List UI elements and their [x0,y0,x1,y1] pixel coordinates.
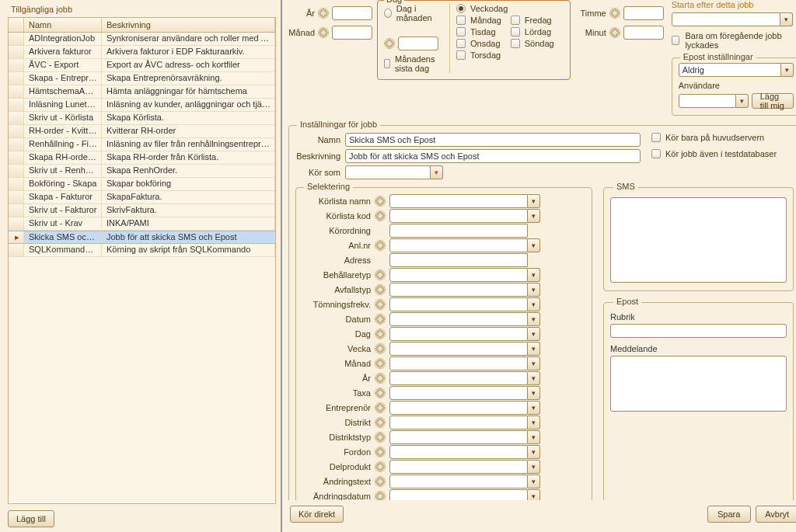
gear-icon[interactable] [375,269,386,280]
gear-icon[interactable] [375,314,386,325]
table-row[interactable]: Skriv ut - FakturorSkrivFaktura. [9,204,275,217]
selekt-combo[interactable] [389,430,540,444]
run-direct-button[interactable]: Kör direkt [290,506,344,523]
add-button[interactable]: Lägg till [8,510,54,527]
table-row[interactable]: Inläsning Lunets CSV-filInläsning av kun… [9,99,275,112]
chk-weekday[interactable]: Tisdag [456,27,501,37]
selekt-label: Dag [304,329,371,339]
rubrik-input[interactable] [610,324,787,338]
table-row[interactable]: Skapa RH-order från Körli...Skapa RH-ord… [9,151,275,165]
chk-weekday[interactable]: Måndag [456,16,501,25]
month-input[interactable] [332,26,372,40]
col-name[interactable]: Namn [24,18,102,32]
selekt-combo[interactable] [389,297,540,311]
epost-mode-combo[interactable] [679,63,794,77]
gear-icon[interactable] [375,299,386,310]
gear-icon[interactable] [375,329,386,339]
selekt-combo[interactable] [389,238,540,252]
table-row[interactable]: Skapa - Entreprenörsavrä...Skapa Entrepr… [9,72,275,85]
selekt-combo[interactable] [389,356,540,370]
gear-icon[interactable] [375,388,386,398]
chk-prev-success[interactable]: Bara om föregående jobb lyckades [672,31,796,50]
selekt-combo[interactable] [389,445,540,459]
gear-icon[interactable] [375,402,386,413]
chk-weekday[interactable]: Fredag [511,16,554,25]
selekt-combo[interactable] [389,371,540,385]
gear-icon[interactable] [318,27,329,38]
gear-icon[interactable] [375,432,386,443]
gear-icon[interactable] [609,8,620,19]
selekt-combo[interactable] [389,475,540,489]
selekt-combo[interactable] [389,253,528,267]
selekt-label: Delprodukt [304,462,371,471]
table-row[interactable]: Skriv ut - RenhOrderSkapa RenhOrder. [9,165,275,178]
table-row[interactable]: ADIntegrationJobSynkroniserar användare … [9,33,275,46]
gear-icon[interactable] [375,373,386,384]
day-input[interactable] [398,37,438,50]
gear-icon[interactable] [375,343,386,354]
chk-weekday[interactable]: Söndag [511,39,554,48]
epost-user-combo[interactable] [679,93,749,109]
chk-weekday[interactable]: Lördag [511,27,554,37]
radio-weekday[interactable]: Veckodag [456,4,554,13]
selekt-combo[interactable] [389,401,540,415]
chk-testdb[interactable]: Kör jobb även i testdatabaser [651,149,777,158]
selekt-combo[interactable] [389,283,540,297]
selekt-combo[interactable] [389,194,540,208]
table-row[interactable]: ▸Skicka SMS och EpostJobb för att skicka… [9,231,275,244]
right-panel: År Månad Dag Dag i månaden Månadens sist… [282,0,796,532]
sms-textarea[interactable] [610,197,787,283]
table-row[interactable]: Skriv ut - KörlistaSkapa Körlista. [9,112,275,125]
selekt-combo[interactable] [389,312,540,326]
selekt-combo[interactable] [389,386,540,400]
start-after-combo[interactable] [672,12,796,26]
hour-input[interactable] [623,6,664,20]
chk-mainserver[interactable]: Kör bara på huvudservern [651,133,764,142]
table-row[interactable]: ÅVC - ExportExport av ÅVC adress- och ko… [9,59,275,72]
gear-icon[interactable] [375,491,386,500]
chk-weekday[interactable]: Torsdag [456,50,501,60]
medd-textarea[interactable] [610,356,787,412]
gear-icon[interactable] [375,196,386,207]
table-row[interactable]: Renhållning - Filinläsnings...Inläsning … [9,138,275,151]
table-row[interactable]: SQLKommando - Skriptk...Körning av skrip… [9,244,275,257]
minute-input[interactable] [623,26,664,40]
selekt-combo[interactable] [389,224,528,238]
gear-icon[interactable] [375,284,386,295]
jobname-input[interactable] [345,133,641,147]
gear-icon[interactable] [318,8,329,19]
col-desc[interactable]: Beskrivning [102,18,275,32]
selekt-combo[interactable] [389,268,540,282]
gear-icon[interactable] [375,461,386,472]
radio-dayinmonth[interactable]: Dag i månaden [384,4,442,23]
gear-icon[interactable] [375,210,386,221]
table-row[interactable]: HämtschemaAnläggningarHämta anläggningar… [9,85,275,99]
gear-icon[interactable] [384,38,395,49]
selekt-combo[interactable] [389,489,540,500]
selekt-combo[interactable] [389,327,540,341]
gear-icon[interactable] [375,358,386,369]
gear-icon[interactable] [609,27,620,38]
gear-icon[interactable] [375,240,386,251]
selekt-combo[interactable] [389,342,540,356]
selekt-combo[interactable] [389,460,540,474]
runas-combo[interactable] [345,165,446,179]
table-row[interactable]: Bokföring - SkapaSkapar bokföring [9,178,275,191]
add-me-button[interactable]: Lägg till mig [752,93,794,109]
table-row[interactable]: Arkivera fakturorArkivera fakturor i EDP… [9,46,275,59]
save-button[interactable]: Spara [707,506,751,523]
epost-settings-title: Epost inställningar [680,52,756,61]
gear-icon[interactable] [375,476,386,487]
gear-icon[interactable] [375,417,386,428]
selekt-combo[interactable] [389,209,540,223]
gear-icon[interactable] [375,447,386,457]
table-row[interactable]: Skapa - FakturorSkapaFaktura. [9,191,275,204]
table-row[interactable]: RH-order - KvitteraKvitterar RH-order [9,125,275,138]
selekt-combo[interactable] [389,416,540,429]
table-row[interactable]: Skriv ut - KravINKA/PAMI [9,217,275,231]
chk-weekday[interactable]: Onsdag [456,39,501,48]
chk-lastday[interactable]: Månadens sista dag [384,54,442,73]
cancel-button[interactable]: Avbryt [756,506,796,523]
jobdesc-input[interactable] [345,149,641,163]
year-input[interactable] [332,6,372,20]
